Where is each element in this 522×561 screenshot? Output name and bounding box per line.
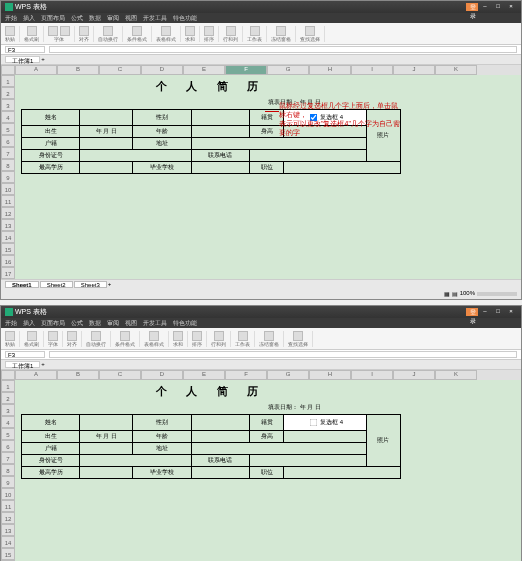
menu-item[interactable]: 审阅 [107,319,119,327]
view-page-icon[interactable]: ▤ [452,290,458,298]
freeze-icon[interactable] [276,26,286,36]
col-header[interactable]: A [15,65,57,75]
add-tab-icon[interactable]: + [41,56,45,63]
col-header[interactable]: J [393,370,435,380]
sum-icon[interactable] [185,26,195,36]
row-header[interactable]: 4 [1,111,15,123]
close-icon[interactable]: × [505,3,517,11]
zoom-slider[interactable] [477,292,517,296]
col-header[interactable]: I [351,65,393,75]
select-all-corner[interactable] [1,65,15,75]
row-header[interactable]: 12 [1,512,15,524]
row-header[interactable]: 13 [1,524,15,536]
row-header[interactable]: 5 [1,123,15,135]
row-header[interactable]: 13 [1,219,15,231]
find-icon[interactable] [293,331,303,341]
menu-item[interactable]: 视图 [125,14,137,22]
col-header[interactable]: F [225,65,267,75]
row-header[interactable]: 3 [1,404,15,416]
col-header[interactable]: F [225,370,267,380]
row-header[interactable]: 12 [1,207,15,219]
row-header[interactable]: 15 [1,548,15,560]
paste-icon[interactable] [5,26,15,36]
col-header[interactable]: B [57,370,99,380]
menu-item[interactable]: 公式 [71,319,83,327]
row-header[interactable]: 9 [1,171,15,183]
sum-icon[interactable] [173,331,183,341]
menu-item[interactable]: 审阅 [107,14,119,22]
col-header[interactable]: H [309,65,351,75]
sheet-tab[interactable]: Sheet1 [5,281,39,288]
col-header[interactable]: G [267,370,309,380]
row-header[interactable]: 6 [1,440,15,452]
row-header[interactable]: 14 [1,231,15,243]
align-icon[interactable] [67,331,77,341]
col-header[interactable]: A [15,370,57,380]
menu-item[interactable]: 公式 [71,14,83,22]
add-tab-icon[interactable]: + [41,361,45,368]
row-header[interactable]: 11 [1,500,15,512]
bold-icon[interactable] [60,26,70,36]
font-icon[interactable] [48,26,58,36]
sheet-icon[interactable] [250,26,260,36]
row-header[interactable]: 15 [1,243,15,255]
login-button[interactable]: 登录 [466,3,478,11]
col-header[interactable]: D [141,65,183,75]
menu-item[interactable]: 开发工具 [143,319,167,327]
close-icon[interactable]: × [505,308,517,316]
row-header[interactable]: 1 [1,75,15,87]
view-normal-icon[interactable]: ▦ [444,290,450,298]
minimize-icon[interactable]: – [479,3,491,11]
login-button[interactable]: 登录 [466,308,478,316]
row-header[interactable]: 8 [1,159,15,171]
menu-item[interactable]: 特色功能 [173,319,197,327]
col-header[interactable]: H [309,370,351,380]
sort-icon[interactable] [192,331,202,341]
menu-item[interactable]: 页面布局 [41,319,65,327]
wrap-icon[interactable] [91,331,101,341]
cell-reference-box[interactable]: F3 [5,46,45,53]
menu-item[interactable]: 开发工具 [143,14,167,22]
format-painter-icon[interactable] [27,331,37,341]
row-header[interactable]: 8 [1,464,15,476]
checkbox-input[interactable] [310,419,318,427]
menu-item[interactable]: 插入 [23,319,35,327]
formula-input[interactable] [49,46,517,53]
find-icon[interactable] [305,26,315,36]
col-header[interactable]: C [99,370,141,380]
font-icon[interactable] [48,331,58,341]
col-header[interactable]: E [183,370,225,380]
sheet-tab[interactable]: Sheet3 [74,281,107,288]
menu-item[interactable]: 页面布局 [41,14,65,22]
row-header[interactable]: 7 [1,452,15,464]
row-header[interactable]: 5 [1,428,15,440]
paste-icon[interactable] [5,331,15,341]
col-header[interactable]: C [99,65,141,75]
menu-item[interactable]: 特色功能 [173,14,197,22]
select-all-corner[interactable] [1,370,15,380]
menu-item[interactable]: 数据 [89,14,101,22]
cell-grid[interactable]: 个 人 简 历 填表日期： 年 月 日 姓名 性别 籍贯 复选框 4 照片 [15,75,521,279]
row-header[interactable]: 1 [1,380,15,392]
col-header[interactable]: B [57,65,99,75]
menu-item[interactable]: 视图 [125,319,137,327]
menu-item[interactable]: 开始 [5,14,17,22]
format-icon[interactable] [132,26,142,36]
rowcol-icon[interactable] [226,26,236,36]
row-header[interactable]: 16 [1,255,15,267]
col-header[interactable]: D [141,370,183,380]
menu-item[interactable]: 插入 [23,14,35,22]
col-header[interactable]: K [435,370,477,380]
freeze-icon[interactable] [264,331,274,341]
wrap-icon[interactable] [103,26,113,36]
row-header[interactable]: 11 [1,195,15,207]
sort-icon[interactable] [204,26,214,36]
col-header[interactable]: G [267,65,309,75]
sheet-tab[interactable]: Sheet2 [40,281,73,288]
maximize-icon[interactable]: □ [492,3,504,11]
format-icon[interactable] [120,331,130,341]
minimize-icon[interactable]: – [479,308,491,316]
menu-item[interactable]: 开始 [5,319,17,327]
workbook-tab[interactable]: 工作簿1 [5,361,40,368]
row-header[interactable]: 2 [1,87,15,99]
